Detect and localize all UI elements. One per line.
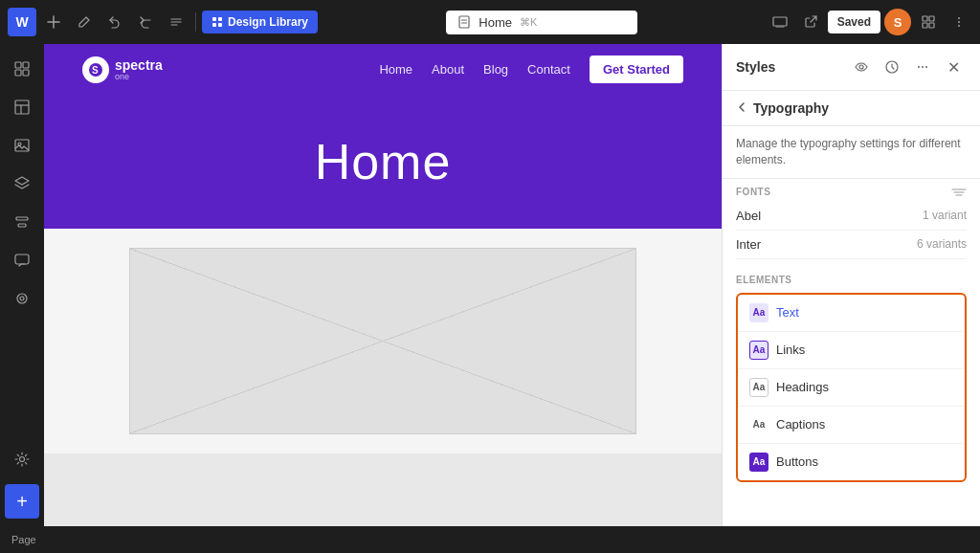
add-button[interactable] — [40, 9, 67, 35]
svg-rect-26 — [15, 140, 29, 151]
preview-button[interactable] — [767, 9, 793, 35]
add-block-button[interactable]: + — [5, 484, 39, 519]
placeholder-block[interactable] — [129, 248, 636, 434]
element-item-captions[interactable]: Aa Captions — [738, 407, 965, 444]
sidebar-item-grid[interactable] — [5, 52, 39, 86]
svg-rect-30 — [15, 254, 29, 264]
svg-rect-20 — [23, 62, 29, 68]
svg-point-33 — [20, 457, 25, 462]
logo-sub: one — [115, 72, 163, 81]
site-logo: S spectra one — [82, 56, 163, 83]
svg-rect-29 — [18, 224, 26, 227]
font-list: Abel 1 variant Inter 6 variants — [723, 202, 980, 259]
page-title-bar[interactable]: Home ⌘K — [446, 11, 637, 34]
nav-link-contact[interactable]: Contact — [527, 62, 570, 77]
svg-rect-23 — [15, 100, 29, 114]
sidebar-item-cursor[interactable] — [5, 281, 39, 316]
nav-link-about[interactable]: About — [432, 62, 464, 77]
element-label-links: Links — [776, 343, 805, 357]
left-sidebar: + — [0, 44, 44, 526]
svg-point-17 — [958, 21, 960, 23]
panel-header: Styles ✕ — [723, 44, 980, 91]
divider — [195, 12, 196, 32]
sidebar-item-settings[interactable] — [5, 442, 39, 476]
font-name-abel: Abel — [736, 209, 761, 223]
element-label-captions: Captions — [776, 417, 825, 431]
svg-point-16 — [958, 17, 960, 19]
site-hero: Home — [44, 95, 722, 229]
site-nav: S spectra one Home About Blog Contact Ge… — [44, 44, 722, 95]
nav-link-home[interactable]: Home — [379, 62, 412, 77]
element-icon-text: Aa — [749, 303, 768, 322]
svg-point-27 — [18, 143, 21, 145]
sidebar-item-image[interactable] — [5, 128, 39, 163]
top-bar-left: W Design Library — [8, 8, 318, 36]
sidebar-item-align[interactable] — [5, 205, 39, 239]
element-item-text[interactable]: Aa Text — [738, 295, 965, 332]
top-bar: W Design Library Home ⌘K — [0, 0, 980, 44]
wp-logo[interactable]: W — [8, 8, 36, 36]
right-panel: Styles ✕ Typography Manage the typograph… — [722, 44, 980, 526]
svg-rect-12 — [923, 16, 927, 21]
page-title: Home — [479, 15, 512, 30]
logo-text-container: spectra one — [115, 58, 163, 81]
sidebar-item-chat[interactable] — [5, 243, 39, 277]
font-item-inter[interactable]: Inter 6 variants — [736, 231, 967, 259]
svg-rect-15 — [929, 23, 934, 28]
svg-point-37 — [918, 66, 920, 68]
element-item-links[interactable]: Aa Links — [738, 332, 965, 369]
top-bar-center: Home ⌘K — [323, 11, 761, 34]
elements-section-label: ELEMENTS — [723, 267, 980, 289]
canvas-area: S spectra one Home About Blog Contact Ge… — [44, 44, 722, 526]
user-avatar[interactable]: S — [884, 9, 911, 35]
saved-button[interactable]: Saved — [828, 11, 880, 33]
panel-more-icon[interactable] — [909, 54, 936, 80]
undo-button[interactable] — [101, 9, 128, 35]
sort-icon[interactable] — [951, 187, 967, 198]
more-options-button[interactable] — [946, 9, 972, 35]
element-label-text: Text — [776, 305, 799, 320]
sidebar-item-layout[interactable] — [5, 90, 39, 124]
element-item-headings[interactable]: Aa Headings — [738, 369, 965, 407]
elements-section: Aa Text Aa Links Aa Headings Aa Captions… — [736, 293, 967, 482]
view-toggle-button[interactable] — [915, 9, 942, 35]
font-item-abel[interactable]: Abel 1 variant — [736, 202, 967, 231]
nav-link-blog[interactable]: Blog — [483, 62, 508, 77]
panel-title: Styles — [736, 59, 775, 75]
svg-point-39 — [925, 66, 927, 68]
font-variants-inter: 6 variants — [917, 237, 967, 251]
external-link-button[interactable] — [797, 9, 824, 35]
bottom-bar: Page — [0, 526, 980, 553]
panel-close-button[interactable]: ✕ — [940, 54, 967, 80]
logo-icon: S — [82, 56, 109, 83]
site-cta-button[interactable]: Get Started — [590, 55, 683, 83]
element-icon-captions: Aa — [749, 415, 768, 434]
element-label-buttons: Buttons — [776, 454, 818, 469]
top-bar-right: Saved S — [767, 9, 972, 35]
panel-sub-header: Typography — [723, 91, 980, 126]
bottom-bar-label: Page — [11, 534, 36, 545]
site-nav-links: Home About Blog Contact Get Started — [379, 55, 683, 83]
panel-sub-title: Typography — [753, 100, 829, 116]
redo-button[interactable] — [132, 9, 159, 35]
element-item-buttons[interactable]: Aa Buttons — [738, 444, 965, 480]
panel-back-button[interactable] — [736, 100, 747, 116]
svg-point-18 — [958, 25, 960, 27]
fonts-section-label: FONTS — [723, 179, 980, 202]
page-icon — [457, 15, 471, 29]
sidebar-item-layers[interactable] — [5, 166, 39, 201]
panel-header-icons: ✕ — [848, 54, 967, 80]
svg-rect-21 — [15, 70, 21, 76]
panel-history-icon[interactable] — [879, 54, 905, 80]
svg-point-36 — [859, 65, 863, 69]
element-icon-buttons: Aa — [749, 453, 768, 472]
brush-button[interactable] — [71, 9, 98, 35]
panel-eye-icon[interactable] — [848, 54, 875, 80]
svg-point-31 — [17, 294, 27, 303]
element-icon-links: Aa — [749, 341, 768, 360]
elements-label: ELEMENTS — [736, 275, 791, 285]
design-library-button[interactable]: Design Library — [202, 11, 318, 33]
fonts-label: FONTS — [736, 187, 770, 197]
menu-button[interactable] — [163, 9, 189, 35]
svg-rect-10 — [773, 17, 787, 26]
